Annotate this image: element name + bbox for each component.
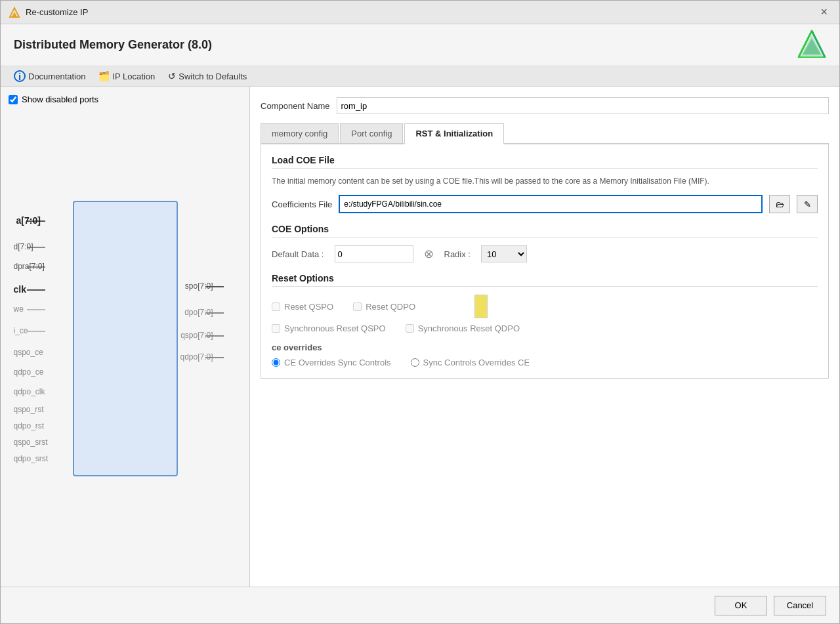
default-data-input[interactable] <box>335 245 413 262</box>
port-qspo-label: qspo[7:0] <box>180 330 236 340</box>
navbar: i Documentation 🗂️ IP Location ↺ Switch … <box>1 66 839 87</box>
radix-label: Radix : <box>444 249 471 259</box>
reset-qdpo-item: Reset QDPO <box>353 302 415 312</box>
load-coe-desc: The initial memory content can be set by… <box>272 175 818 187</box>
port-we-label: we <box>14 304 24 314</box>
radix-select[interactable]: 2 10 16 <box>481 245 527 262</box>
titlebar: Re-customize IP × <box>1 1 839 24</box>
app-title: Distributed Memory Generator (8.0) <box>14 38 212 52</box>
ip-location-label: IP Location <box>112 72 155 81</box>
port-ice-label: i_ce <box>14 325 28 335</box>
coe-options-title: COE Options <box>272 224 818 238</box>
ce-overrides-radio2[interactable] <box>411 358 419 367</box>
reset-qspo-item: Reset QSPO <box>272 302 333 312</box>
port-a-label: a[7:0] <box>14 215 41 226</box>
ce-overrides: ce overrides CE Overrides Sync Controls … <box>272 343 818 367</box>
edit-icon: ✎ <box>804 199 811 209</box>
app-icon <box>9 7 20 18</box>
port-clk-line <box>27 289 45 291</box>
port-qdposrst-label: qdpo_srst <box>14 453 49 463</box>
right-panel: Component Name memory config Port config… <box>250 87 839 587</box>
port-we-line <box>27 309 45 310</box>
main-window: Re-customize IP × Distributed Memory Gen… <box>0 0 840 624</box>
sync-reset-qdpo-item: Synchronous Reset QDPO <box>406 323 520 333</box>
component-name-input[interactable] <box>337 97 830 114</box>
ce-overrides-label2: Sync Controls Overrides CE <box>423 358 530 367</box>
component-diagram: a[7:0] d[7:0] dpra[7:0] <box>9 111 242 579</box>
tab-port-config[interactable]: Port config <box>340 123 403 143</box>
ce-overrides-title: ce overrides <box>272 343 818 352</box>
port-dpra-label: dpra[7:0] <box>14 261 45 271</box>
edit-button[interactable]: ✎ <box>797 195 818 213</box>
port-qsposrst-label: qspo_srst <box>14 437 48 447</box>
sync-reset-qspo-item: Synchronous Reset QSPO <box>272 323 386 333</box>
ip-location-icon: 🗂️ <box>98 71 110 81</box>
coe-options-row: Default Data : ⊗ Radix : 2 10 16 <box>272 245 818 262</box>
port-qsporst-label: qspo_rst <box>14 404 44 414</box>
coefficients-file-input[interactable] <box>339 195 763 213</box>
sync-reset-qdpo-checkbox[interactable] <box>406 324 414 333</box>
port-d-label: d[7:0] <box>14 241 33 251</box>
ce-overrides-radio1[interactable] <box>272 358 280 367</box>
ok-button[interactable]: OK <box>715 596 767 615</box>
folder-icon: 🗁 <box>776 199 784 209</box>
reset-qdpo-checkbox[interactable] <box>353 302 362 311</box>
sync-reset-qspo-checkbox[interactable] <box>272 324 280 333</box>
sync-reset-qdpo-label: Synchronous Reset QDPO <box>418 323 520 333</box>
port-qdpoce-label: qdpo_ce <box>14 367 44 377</box>
tab-content: Load COE File The initial memory content… <box>261 144 829 379</box>
show-ports-row: Show disabled ports <box>9 94 242 104</box>
cancel-button[interactable]: Cancel <box>774 596 826 615</box>
refresh-icon: ↺ <box>168 71 176 81</box>
port-spo-label: spo[7:0] <box>185 281 237 291</box>
port-clk-label: clk <box>14 284 26 295</box>
tab-memory-config[interactable]: memory config <box>261 123 339 143</box>
window-title: Re-customize IP <box>26 7 88 17</box>
port-qdporst-label: qdpo_rst <box>14 421 45 430</box>
yellow-indicator <box>474 295 488 318</box>
component-box <box>73 201 178 476</box>
reset-qspo-checkbox[interactable] <box>272 302 280 311</box>
ce-overrides-label1: CE Overrides Sync Controls <box>284 358 391 367</box>
reset-row-2: Synchronous Reset QSPO Synchronous Reset… <box>272 323 818 333</box>
component-name-label: Component Name <box>261 101 330 111</box>
coefficients-file-label: Coefficients File <box>272 199 332 209</box>
component-name-row: Component Name <box>261 97 829 114</box>
show-ports-checkbox[interactable] <box>9 95 18 104</box>
titlebar-left: Re-customize IP <box>9 7 88 18</box>
clear-button[interactable]: ⊗ <box>424 247 434 261</box>
reset-qdpo-label: Reset QDPO <box>366 302 415 312</box>
close-button[interactable]: × <box>816 4 831 20</box>
port-ice-line <box>27 331 45 332</box>
info-icon: i <box>14 70 26 82</box>
switch-defaults-button[interactable]: ↺ Switch to Defaults <box>168 71 247 81</box>
main-content: Show disabled ports a[7:0] <box>1 87 839 587</box>
tab-rst-initialization[interactable]: RST & Initialization <box>404 123 504 144</box>
ip-location-button[interactable]: 🗂️ IP Location <box>98 71 155 81</box>
reset-options: Reset QSPO Reset QDPO Synchronous Reset … <box>272 295 818 333</box>
bottom-bar: OK Cancel <box>1 587 839 623</box>
port-qspoce-label: qspo_ce <box>14 347 43 357</box>
documentation-label: Documentation <box>28 72 85 81</box>
browse-button[interactable]: 🗁 <box>769 195 790 213</box>
documentation-button[interactable]: i Documentation <box>14 70 85 82</box>
tabs: memory config Port config RST & Initiali… <box>261 123 829 144</box>
logo-area <box>797 30 826 60</box>
coefficients-file-row: Coefficients File 🗁 ✎ <box>272 195 818 213</box>
ce-overrides-option2: Sync Controls Overrides CE <box>411 358 530 367</box>
default-data-label: Default Data : <box>272 249 324 259</box>
reset-qspo-label: Reset QSPO <box>284 302 333 312</box>
port-dpo-label: dpo[7:0] <box>184 307 236 317</box>
ce-overrides-option1: CE Overrides Sync Controls <box>272 358 391 367</box>
port-qdpo-label: qdpo[7:0] <box>180 352 236 362</box>
reset-options-title: Reset Options <box>272 273 818 287</box>
load-coe-title: Load COE File <box>272 155 818 169</box>
port-qdpoclk-label: qdpo_clk <box>14 386 45 396</box>
reset-row-1: Reset QSPO Reset QDPO <box>272 295 818 318</box>
show-ports-label[interactable]: Show disabled ports <box>22 94 98 104</box>
xilinx-logo <box>797 30 826 58</box>
left-panel: Show disabled ports a[7:0] <box>1 87 250 587</box>
header-toolbar: Distributed Memory Generator (8.0) <box>1 24 839 66</box>
ce-overrides-radio-row: CE Overrides Sync Controls Sync Controls… <box>272 358 818 367</box>
switch-defaults-label: Switch to Defaults <box>178 72 247 81</box>
